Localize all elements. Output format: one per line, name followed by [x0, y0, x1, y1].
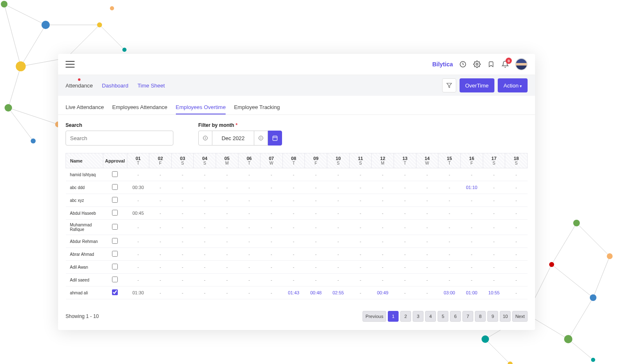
svg-line-1 [21, 25, 46, 66]
avatar[interactable] [515, 58, 528, 70]
cell-value: - [260, 181, 283, 194]
col-day-09: 09F [305, 153, 327, 168]
page-button-9[interactable]: 9 [487, 311, 498, 322]
approval-checkbox[interactable] [112, 277, 118, 282]
page-button-previous[interactable]: Previous [363, 311, 386, 322]
page-button-2[interactable]: 2 [400, 311, 411, 322]
overtime-link[interactable]: 01:00 [466, 290, 477, 295]
cell-value: - [194, 207, 216, 220]
cell-approval [103, 261, 127, 274]
tab-live-attendance[interactable]: Live Attendance [66, 101, 104, 114]
cell-value: - [149, 181, 172, 194]
brand-label[interactable]: Bilytica [432, 61, 453, 68]
subnav-item-dashboard[interactable]: Dashboard [102, 80, 129, 91]
approval-checkbox[interactable] [112, 289, 118, 295]
col-day-06: 06T [238, 153, 260, 168]
cell-value: 01:10 [460, 181, 483, 194]
svg-point-15 [97, 22, 102, 27]
cell-name: abc ddd [66, 181, 103, 194]
pagination: Previous12345678910Next [363, 311, 528, 322]
cell-value: - [149, 274, 172, 286]
calendar-icon[interactable] [268, 131, 282, 146]
subnav-item-attendance[interactable]: Attendance [66, 80, 93, 91]
approval-checkbox[interactable] [112, 184, 118, 190]
cell-value: - [372, 181, 394, 194]
table-row: Abdur Rehman------------------ [66, 235, 528, 248]
page-button-8[interactable]: 8 [475, 311, 486, 322]
svg-rect-45 [273, 136, 277, 141]
cell-value: - [327, 261, 350, 274]
cell-value: - [238, 286, 260, 299]
svg-point-19 [31, 138, 36, 143]
page-button-1[interactable]: 1 [388, 311, 399, 322]
svg-line-0 [4, 4, 46, 25]
page-button-6[interactable]: 6 [450, 311, 461, 322]
approval-checkbox[interactable] [112, 171, 118, 177]
cell-value: - [238, 220, 260, 235]
bookmark-icon[interactable] [487, 60, 495, 68]
gear-icon[interactable] [473, 60, 481, 68]
cell-value: - [282, 207, 305, 220]
approval-checkbox[interactable] [112, 251, 118, 257]
overtime-button[interactable]: OverTime [460, 78, 495, 92]
overtime-link[interactable]: 00:48 [310, 290, 322, 295]
page-button-3[interactable]: 3 [413, 311, 423, 322]
page-button-next[interactable]: Next [512, 311, 528, 322]
overtime-link[interactable]: 02:55 [333, 290, 344, 295]
approval-checkbox[interactable] [112, 224, 118, 230]
approval-checkbox[interactable] [112, 210, 118, 216]
subnav-item-time-sheet[interactable]: Time Sheet [137, 80, 165, 91]
tabs: Live AttendanceEmployees AttendanceEmplo… [58, 96, 535, 115]
cell-value: - [416, 194, 438, 207]
cell-value: - [505, 248, 528, 261]
cell-value: - [394, 220, 416, 235]
overtime-link[interactable]: 00:49 [377, 290, 389, 295]
overtime-link[interactable]: 01:10 [466, 185, 477, 190]
tab-employees-attendance[interactable]: Employees Attendance [112, 101, 168, 114]
clock-icon[interactable] [459, 60, 467, 68]
table-row: hamid Ishtyaq------------------ [66, 168, 528, 181]
svg-point-43 [203, 136, 207, 140]
approval-checkbox[interactable] [112, 238, 118, 244]
overtime-link[interactable]: 03:00 [444, 290, 455, 295]
cell-value: - [216, 286, 238, 299]
month-prev-button[interactable] [198, 131, 212, 146]
menu-icon[interactable] [66, 61, 75, 68]
cell-value: - [505, 194, 528, 207]
tab-employees-overtime[interactable]: Employees Overtime [176, 101, 226, 114]
action-button[interactable]: Action [498, 78, 528, 92]
page-button-7[interactable]: 7 [462, 311, 473, 322]
bell-icon[interactable]: 0 [501, 60, 509, 68]
col-day-12: 12M [372, 153, 394, 168]
overtime-table: NameApproval01T02F03S04S05M06T07W08T09F1… [66, 153, 528, 299]
cell-value: - [483, 220, 505, 235]
cell-value: - [282, 220, 305, 235]
filter-icon[interactable] [442, 78, 456, 92]
cell-value: - [460, 220, 483, 235]
month-next-button[interactable] [254, 131, 268, 146]
overtime-link[interactable]: 10:55 [488, 290, 500, 295]
cell-value: - [127, 274, 149, 286]
approval-checkbox[interactable] [112, 264, 118, 269]
page-button-10[interactable]: 10 [500, 311, 511, 322]
cell-value: - [349, 181, 372, 194]
page-button-4[interactable]: 4 [425, 311, 436, 322]
col-name: Name [66, 153, 103, 168]
cell-value: - [171, 286, 194, 299]
cell-name: ahmad ali [66, 286, 103, 299]
cell-value: - [460, 235, 483, 248]
cell-value: - [349, 194, 372, 207]
table-row: Adil Awan------------------ [66, 261, 528, 274]
cell-value: - [372, 207, 394, 220]
cell-value: - [216, 274, 238, 286]
approval-checkbox[interactable] [112, 197, 118, 203]
cell-value: - [438, 194, 461, 207]
tab-employee-tracking[interactable]: Employee Tracking [234, 101, 280, 114]
overtime-link[interactable]: 01:43 [288, 290, 299, 295]
col-day-14: 14W [416, 153, 438, 168]
page-button-5[interactable]: 5 [438, 311, 448, 322]
cell-value: - [127, 168, 149, 181]
search-input[interactable] [66, 131, 173, 146]
cell-value: - [149, 168, 172, 181]
table-row: ahmad ali01:30------01:4300:4802:55-00:4… [66, 286, 528, 299]
